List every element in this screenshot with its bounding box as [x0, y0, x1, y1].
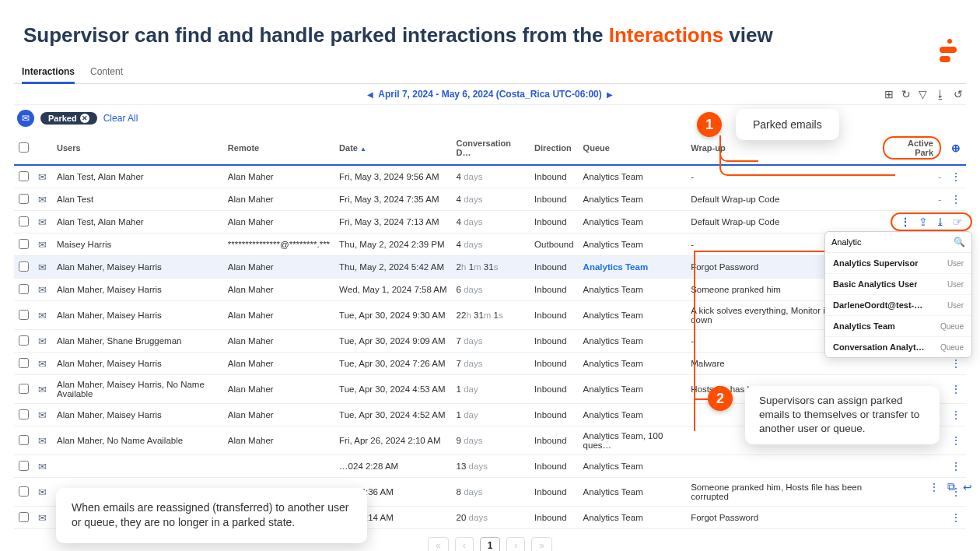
- row-actions-more-icon[interactable]: ⋮: [900, 216, 911, 228]
- cell-direction: Inbound: [530, 507, 579, 529]
- table-row[interactable]: ✉ Alan Maher, Maisey Harris Alan Maher T…: [14, 353, 966, 375]
- row-actions-take-icon[interactable]: ☞: [953, 216, 963, 228]
- dropdown-search-input[interactable]: [831, 237, 950, 247]
- dropdown-option[interactable]: Analytics SupervisorUser: [825, 253, 971, 274]
- search-icon: 🔍: [954, 237, 965, 247]
- cell-users: Alan Maher, Maisey Harris: [52, 404, 223, 426]
- row-menu-icon[interactable]: ⋮: [946, 507, 966, 529]
- pager-next[interactable]: ›: [506, 537, 525, 551]
- callout-2: 2 Supervisors can assign parked emails t…: [708, 386, 940, 444]
- cell-date: Fri, Apr 26, 2024 2:10 AM: [334, 426, 452, 455]
- row-checkbox[interactable]: [19, 194, 29, 204]
- cell-remote: Alan Maher: [223, 256, 334, 279]
- title-accent: Interactions: [609, 23, 723, 47]
- cell-wrapup: Someone pranked him, Hosts file has been…: [686, 478, 877, 507]
- date-range[interactable]: April 7, 2024 - May 6, 2024 (Costa_Rica …: [378, 89, 601, 100]
- tab-interactions[interactable]: Interactions: [22, 61, 75, 84]
- row-menu-icon[interactable]: ⋮: [946, 455, 966, 478]
- history-icon[interactable]: ↺: [954, 88, 963, 100]
- row-checkbox[interactable]: [19, 486, 29, 497]
- select-all-checkbox[interactable]: [19, 142, 29, 153]
- row-checkbox[interactable]: [19, 461, 29, 471]
- table-row[interactable]: ✉ …024 2:28 AM 13 days Inbound Analytics…: [14, 455, 966, 478]
- dropdown-option[interactable]: Analytics TeamQueue: [825, 316, 971, 337]
- col-users[interactable]: Users: [52, 132, 223, 165]
- row-checkbox[interactable]: [19, 216, 29, 226]
- table-row[interactable]: ✉ Alan Maher, Maisey Harris Alan Maher T…: [14, 256, 966, 279]
- row-sm-more-icon[interactable]: ⋮: [929, 481, 940, 493]
- dropdown-option-kind: User: [947, 259, 964, 268]
- col-queue[interactable]: Queue: [579, 132, 687, 165]
- col-remote[interactable]: Remote: [223, 132, 334, 165]
- media-icon: ✉: [33, 375, 52, 404]
- table-row[interactable]: ✉ Alan Test, Alan Maher Alan Maher Fri, …: [14, 211, 966, 233]
- filter-chip-parked[interactable]: Parked ✕: [40, 112, 97, 125]
- cell-date: Fri, May 3, 2024 7:35 AM: [334, 188, 452, 211]
- dropdown-option[interactable]: Conversation AnalyticsQueue: [825, 337, 971, 357]
- cell-convd: 2h 1m 31s: [452, 256, 530, 279]
- cell-queue: Analytics Team: [579, 279, 687, 301]
- filter-chip-label: Parked: [48, 114, 77, 123]
- tab-content[interactable]: Content: [90, 61, 123, 83]
- cell-date: Tue, Apr 30, 2024 4:52 AM: [334, 404, 452, 426]
- columns-icon[interactable]: ⊞: [884, 88, 894, 100]
- cell-convd: 7 days: [452, 330, 530, 353]
- pager-prev[interactable]: ‹: [455, 537, 474, 551]
- row-checkbox[interactable]: [19, 409, 29, 419]
- pager-first[interactable]: «: [428, 537, 449, 551]
- dropdown-option[interactable]: DarleneOordt@test-analytic…User: [825, 295, 971, 316]
- refresh-icon[interactable]: ↻: [901, 88, 911, 100]
- col-date[interactable]: Date ▲: [334, 132, 452, 165]
- col-convd[interactable]: Conversation D…: [452, 132, 530, 165]
- row-menu-icon[interactable]: ⋮: [946, 188, 966, 211]
- row-sm-copy-icon[interactable]: ⧉: [947, 480, 955, 493]
- col-direction[interactable]: Direction: [530, 132, 579, 165]
- cell-convd: 4 days: [452, 233, 530, 256]
- table-row[interactable]: ✉ Alan Maher, Maisey Harris Alan Maher W…: [14, 279, 966, 301]
- row-menu-icon[interactable]: ⋮: [946, 375, 966, 404]
- date-next[interactable]: ▶: [602, 90, 618, 99]
- table-row[interactable]: ✉ Alan Test Alan Maher Fri, May 3, 2024 …: [14, 188, 966, 211]
- row-checkbox[interactable]: [19, 310, 29, 320]
- row-checkbox[interactable]: [19, 384, 29, 394]
- clear-all-link[interactable]: Clear All: [103, 113, 138, 124]
- row-checkbox[interactable]: [19, 512, 29, 522]
- pager-last[interactable]: »: [531, 537, 552, 551]
- row-checkbox[interactable]: [19, 435, 29, 445]
- date-prev[interactable]: ◀: [362, 90, 378, 99]
- filter-chip-remove-icon[interactable]: ✕: [80, 114, 89, 123]
- table-row[interactable]: ✉ Alan Maher, Shane Bruggeman Alan Maher…: [14, 330, 966, 353]
- date-range-row: ◀ April 7, 2024 - May 6, 2024 (Costa_Ric…: [14, 84, 966, 105]
- row-actions-assign-icon[interactable]: ⇪: [919, 216, 928, 228]
- table-row[interactable]: ✉ Alan Maher, Maisey Harris Alan Maher T…: [14, 301, 966, 330]
- dropdown-option[interactable]: Basic Analytics UserUser: [825, 274, 971, 295]
- media-icon: ✉: [33, 455, 52, 478]
- row-sm-reply-icon[interactable]: ↩: [963, 481, 972, 493]
- media-icon: ✉: [33, 478, 52, 507]
- title-before: Supervisor can find and handle parked in…: [23, 23, 609, 47]
- add-column-button[interactable]: ⊕: [946, 132, 966, 165]
- pager-page-1[interactable]: 1: [480, 537, 501, 551]
- row-checkbox[interactable]: [19, 171, 29, 181]
- cell-direction: Outbound: [530, 233, 579, 256]
- dropdown-option-kind: Queue: [940, 343, 964, 352]
- row-checkbox[interactable]: [19, 358, 29, 368]
- dropdown-option-kind: User: [947, 301, 964, 310]
- download-icon[interactable]: ⭳: [935, 88, 946, 100]
- row-checkbox[interactable]: [19, 261, 29, 272]
- row-checkbox[interactable]: [19, 284, 29, 294]
- row-menu-icon[interactable]: ⋮: [946, 404, 966, 426]
- cell-convd: 4 days: [452, 211, 530, 233]
- cell-convd: 13 days: [452, 455, 530, 478]
- row-menu-icon[interactable]: ⋮: [946, 165, 966, 188]
- filter-icon[interactable]: ▽: [919, 88, 927, 100]
- cell-direction: Inbound: [530, 301, 579, 330]
- row-checkbox[interactable]: [19, 335, 29, 346]
- sort-asc-icon: ▲: [360, 146, 366, 153]
- cell-convd: 1 day: [452, 375, 530, 404]
- table-row[interactable]: ✉ Maisey Harris ***************@********…: [14, 233, 966, 256]
- row-actions-transfer-icon[interactable]: ⤓: [936, 216, 945, 228]
- row-menu-icon[interactable]: ⋮: [946, 426, 966, 455]
- row-checkbox[interactable]: [19, 239, 29, 249]
- cell-queue: Analytics Team: [579, 165, 687, 188]
